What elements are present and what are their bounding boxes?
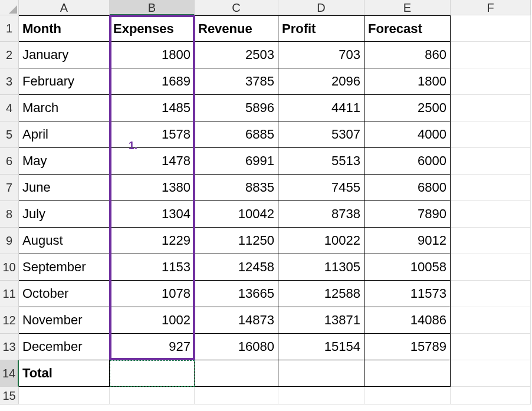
cell-F8[interactable] (451, 201, 531, 228)
cell-A15[interactable] (19, 387, 110, 405)
cell-C1[interactable]: Revenue (195, 15, 278, 42)
cell-C15[interactable] (195, 387, 278, 405)
cell-E2[interactable]: 860 (364, 42, 451, 68)
cell-E8[interactable]: 7890 (364, 201, 451, 228)
row-header-8[interactable]: 8 (0, 201, 19, 228)
cell-C11[interactable]: 13665 (195, 281, 278, 307)
cell-F7[interactable] (451, 175, 531, 201)
cell-F5[interactable] (451, 121, 531, 148)
col-header-F[interactable]: F (451, 0, 531, 15)
cell-E12[interactable]: 14086 (364, 307, 451, 334)
row-header-9[interactable]: 9 (0, 228, 19, 254)
col-header-C[interactable]: C (195, 0, 278, 15)
cell-C13[interactable]: 16080 (195, 334, 278, 360)
row-header-5[interactable]: 5 (0, 121, 19, 148)
cell-A13[interactable]: December (19, 334, 110, 360)
cell-F2[interactable] (451, 42, 531, 68)
cell-E5[interactable]: 4000 (364, 121, 451, 148)
cell-A5[interactable]: April (19, 121, 110, 148)
cell-E11[interactable]: 11573 (364, 281, 451, 307)
col-header-D[interactable]: D (278, 0, 364, 15)
cell-B11[interactable]: 1078 (110, 281, 195, 307)
cell-E10[interactable]: 10058 (364, 254, 451, 281)
cell-B14[interactable] (110, 360, 195, 387)
cell-B9[interactable]: 1229 (110, 228, 195, 254)
cell-A12[interactable]: November (19, 307, 110, 334)
cell-F11[interactable] (451, 281, 531, 307)
cell-E15[interactable] (364, 387, 451, 405)
cell-B5[interactable]: 1578 (110, 121, 195, 148)
cell-A1[interactable]: Month (19, 15, 110, 42)
cell-C9[interactable]: 11250 (195, 228, 278, 254)
cell-C6[interactable]: 6991 (195, 148, 278, 175)
cell-D10[interactable]: 11305 (278, 254, 364, 281)
cell-E4[interactable]: 2500 (364, 95, 451, 121)
cell-F6[interactable] (451, 148, 531, 175)
cell-A9[interactable]: August (19, 228, 110, 254)
cell-A6[interactable]: May (19, 148, 110, 175)
col-header-E[interactable]: E (364, 0, 451, 15)
cell-B4[interactable]: 1485 (110, 95, 195, 121)
cell-D2[interactable]: 703 (278, 42, 364, 68)
row-header-7[interactable]: 7 (0, 175, 19, 201)
cell-E13[interactable]: 15789 (364, 334, 451, 360)
cell-A4[interactable]: March (19, 95, 110, 121)
cell-D12[interactable]: 13871 (278, 307, 364, 334)
row-header-12[interactable]: 12 (0, 307, 19, 334)
cell-B12[interactable]: 1002 (110, 307, 195, 334)
row-header-6[interactable]: 6 (0, 148, 19, 175)
cell-B2[interactable]: 1800 (110, 42, 195, 68)
cell-D11[interactable]: 12588 (278, 281, 364, 307)
cell-B15[interactable] (110, 387, 195, 405)
cell-F14[interactable] (451, 360, 531, 387)
cell-D4[interactable]: 4411 (278, 95, 364, 121)
cell-A10[interactable]: September (19, 254, 110, 281)
col-header-B[interactable]: B (110, 0, 195, 15)
cell-E6[interactable]: 6000 (364, 148, 451, 175)
row-header-2[interactable]: 2 (0, 42, 19, 68)
cell-C14[interactable] (195, 360, 278, 387)
cell-D6[interactable]: 5513 (278, 148, 364, 175)
cell-B8[interactable]: 1304 (110, 201, 195, 228)
cell-E9[interactable]: 9012 (364, 228, 451, 254)
cell-D8[interactable]: 8738 (278, 201, 364, 228)
cell-F9[interactable] (451, 228, 531, 254)
select-all-corner[interactable] (0, 0, 19, 15)
cell-B6[interactable]: 1478 (110, 148, 195, 175)
row-header-3[interactable]: 3 (0, 68, 19, 95)
row-header-15[interactable]: 15 (0, 387, 19, 405)
cell-E3[interactable]: 1800 (364, 68, 451, 95)
cell-F15[interactable] (451, 387, 531, 405)
cell-B10[interactable]: 1153 (110, 254, 195, 281)
cell-C4[interactable]: 5896 (195, 95, 278, 121)
cell-A8[interactable]: July (19, 201, 110, 228)
row-header-11[interactable]: 11 (0, 281, 19, 307)
cell-D3[interactable]: 2096 (278, 68, 364, 95)
cell-F13[interactable] (451, 334, 531, 360)
cell-C10[interactable]: 12458 (195, 254, 278, 281)
cell-D15[interactable] (278, 387, 364, 405)
cell-A11[interactable]: October (19, 281, 110, 307)
row-header-10[interactable]: 10 (0, 254, 19, 281)
row-header-13[interactable]: 13 (0, 334, 19, 360)
cell-A2[interactable]: January (19, 42, 110, 68)
cell-B1[interactable]: Expenses (110, 15, 195, 42)
col-header-A[interactable]: A (19, 0, 110, 15)
row-header-14[interactable]: 14 (0, 360, 19, 387)
cell-D7[interactable]: 7455 (278, 175, 364, 201)
cell-F4[interactable] (451, 95, 531, 121)
cell-D13[interactable]: 15154 (278, 334, 364, 360)
cell-F1[interactable] (451, 15, 531, 42)
cell-C12[interactable]: 14873 (195, 307, 278, 334)
cell-D5[interactable]: 5307 (278, 121, 364, 148)
cell-B7[interactable]: 1380 (110, 175, 195, 201)
cell-C3[interactable]: 3785 (195, 68, 278, 95)
cell-E14[interactable] (364, 360, 451, 387)
cell-A7[interactable]: June (19, 175, 110, 201)
cell-E1[interactable]: Forecast (364, 15, 451, 42)
row-header-1[interactable]: 1 (0, 15, 19, 42)
cell-C5[interactable]: 6885 (195, 121, 278, 148)
cell-C7[interactable]: 8835 (195, 175, 278, 201)
spreadsheet-grid[interactable]: A B C D E F 1 Month Expenses Revenue Pro… (0, 0, 532, 405)
cell-F3[interactable] (451, 68, 531, 95)
